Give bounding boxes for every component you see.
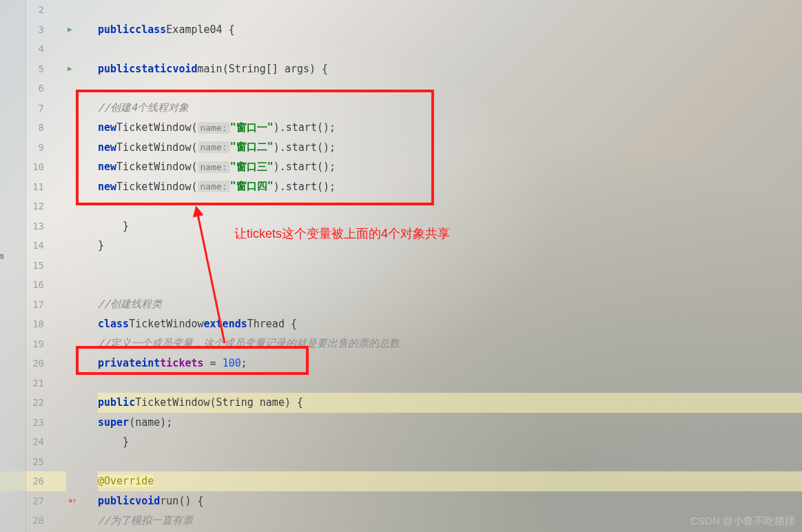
code-line[interactable]: new TicketWindow( name: "窗口四").start(); — [98, 177, 802, 197]
lineno: 8 — [26, 122, 47, 133]
keyword: new — [98, 121, 116, 134]
class-ref: TicketWindow( — [116, 161, 197, 173]
code-line[interactable]: } — [98, 432, 802, 452]
comment: //创建线程类 — [98, 298, 162, 311]
string: "窗口一" — [230, 121, 274, 134]
code-line[interactable]: new TicketWindow( name: "窗口一").start(); — [98, 118, 802, 138]
code-line[interactable]: private int tickets = 100; — [98, 354, 802, 374]
tail: ).start(); — [274, 161, 336, 173]
code-line[interactable]: } — [98, 216, 802, 236]
param-hint: name: — [198, 161, 230, 173]
string: "窗口二" — [230, 141, 274, 154]
lineno: 19 — [26, 338, 47, 349]
comment: //为了模拟一直有票 — [98, 514, 193, 527]
code-line[interactable]: new TicketWindow( name: "窗口二").start(); — [98, 138, 802, 158]
class-ref: TicketWindow( — [116, 121, 197, 134]
string: "窗口三" — [230, 161, 274, 174]
code-line[interactable]: @Override — [98, 471, 802, 491]
keyword: private — [98, 357, 141, 369]
line-gutter[interactable]: 2 3▶ 4 5▶ 6 7 8 9 10 11 12 13 14 15 16 1… — [26, 0, 66, 532]
code-line[interactable]: public void run() { — [98, 491, 802, 511]
params: (String[] args) { — [223, 63, 329, 75]
cut-text: em — [0, 251, 4, 261]
code-line[interactable]: new TicketWindow( name: "窗口三").start(); — [98, 157, 802, 177]
code-line[interactable]: super(name); — [98, 413, 802, 433]
keyword: void — [135, 495, 160, 507]
lineno: 27 — [26, 495, 47, 507]
code-line[interactable] — [98, 79, 802, 99]
code-line[interactable] — [98, 452, 802, 472]
lineno: 7 — [26, 103, 47, 114]
code-line[interactable] — [98, 196, 802, 216]
tail: ).start(); — [274, 141, 336, 154]
lineno: 11 — [26, 181, 47, 192]
params: () { — [178, 495, 203, 507]
lineno: 6 — [26, 83, 47, 94]
lineno: 15 — [26, 260, 47, 271]
code-line[interactable] — [98, 275, 802, 295]
field-name: tickets — [160, 357, 203, 369]
lineno: 12 — [26, 201, 47, 212]
lineno: 13 — [26, 221, 47, 232]
comment: //定义一个成员变量，这个成员变量记录的就是要出售的票的总数 — [98, 337, 400, 350]
lineno: 17 — [26, 299, 47, 310]
far-gutter — [0, 0, 26, 532]
lineno: 5 — [26, 63, 47, 74]
code-line[interactable]: //创建线程类 — [98, 295, 802, 315]
tail: ).start(); — [274, 121, 336, 134]
keyword: new — [98, 141, 116, 154]
keyword: void — [172, 63, 197, 75]
code-line[interactable]: public class Example04 { — [98, 20, 802, 40]
keyword: new — [98, 181, 116, 193]
param-hint: name: — [198, 141, 230, 153]
keyword: int — [141, 357, 160, 369]
code-area[interactable]: public class Example04 { public static v… — [66, 0, 802, 532]
lineno: 10 — [26, 161, 47, 172]
method-name: run — [160, 495, 178, 507]
lineno: 2 — [26, 4, 47, 15]
code-line[interactable]: public TicketWindow(String name) { — [98, 393, 802, 413]
code-line[interactable]: //为了模拟一直有票 — [98, 511, 802, 531]
keyword: static — [135, 63, 172, 75]
keyword: public — [98, 63, 135, 75]
eq: = — [204, 357, 223, 369]
args: (name); — [129, 416, 172, 429]
lineno: 25 — [26, 456, 47, 467]
code-editor: 2 3▶ 4 5▶ 6 7 8 9 10 11 12 13 14 15 16 1… — [0, 0, 802, 532]
keyword: class — [135, 23, 166, 36]
params: (String name) { — [210, 396, 303, 409]
comment: //创建4个线程对象 — [98, 101, 189, 114]
lineno: 24 — [26, 436, 47, 447]
keyword: extends — [204, 318, 247, 330]
code-line[interactable] — [98, 0, 802, 20]
lineno: 4 — [26, 43, 47, 54]
code-line[interactable] — [98, 374, 802, 393]
code-line[interactable] — [98, 39, 802, 59]
keyword: super — [98, 416, 129, 429]
lineno: 22 — [26, 397, 47, 408]
keyword: class — [98, 318, 129, 330]
code-line[interactable]: } — [98, 236, 802, 256]
param-hint: name: — [198, 122, 230, 134]
class-ref: TicketWindow( — [116, 181, 197, 193]
lineno: 23 — [26, 417, 47, 428]
keyword: public — [98, 23, 135, 36]
tail: ).start(); — [274, 181, 336, 193]
code-line[interactable]: //创建4个线程对象 — [98, 99, 802, 119]
code-line[interactable]: //定义一个成员变量，这个成员变量记录的就是要出售的票的总数 — [98, 334, 802, 354]
method-name: main — [198, 63, 223, 75]
lineno: 14 — [26, 240, 47, 251]
lineno: 3 — [26, 24, 47, 35]
code-line[interactable] — [98, 256, 802, 276]
lineno: 18 — [26, 318, 47, 329]
code-line[interactable]: class TicketWindow extends Thread { — [98, 314, 802, 334]
code-line[interactable]: public static void main(String[] args) { — [98, 59, 802, 79]
class-name: Example04 — [166, 23, 222, 36]
annotation: @Override — [98, 475, 154, 487]
lineno: 26 — [26, 475, 47, 487]
string: "窗口四" — [230, 180, 274, 193]
lineno: 16 — [26, 279, 47, 290]
keyword: public — [98, 495, 135, 507]
parent-class: Thread — [247, 318, 285, 330]
keyword: new — [98, 161, 116, 173]
